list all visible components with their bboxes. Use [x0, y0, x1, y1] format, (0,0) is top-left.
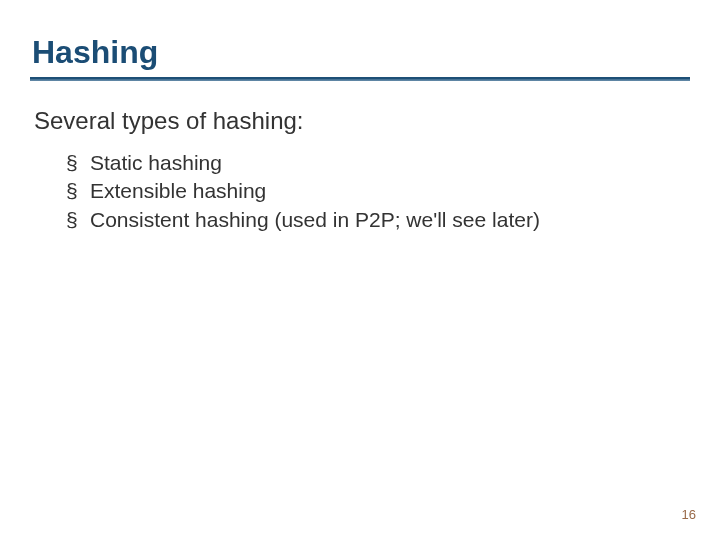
intro-text: Several types of hashing:	[34, 107, 690, 135]
slide-title: Hashing	[32, 34, 690, 71]
list-item: Extensible hashing	[66, 177, 690, 205]
list-item: Consistent hashing (used in P2P; we'll s…	[66, 206, 690, 234]
list-item: Static hashing	[66, 149, 690, 177]
bullet-list: Static hashing Extensible hashing Consis…	[66, 149, 690, 234]
title-underline	[30, 77, 690, 81]
slide: Hashing Several types of hashing: Static…	[0, 0, 720, 540]
page-number: 16	[682, 507, 696, 522]
